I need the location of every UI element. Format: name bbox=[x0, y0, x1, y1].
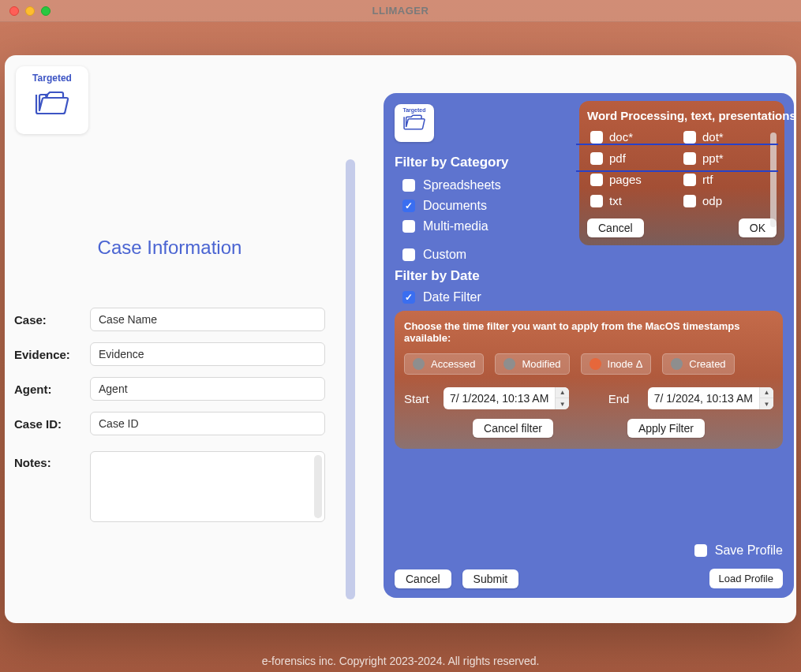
checkbox-icon[interactable] bbox=[590, 152, 603, 165]
ext-label: ppt* bbox=[702, 151, 724, 165]
start-date-input[interactable]: 7/ 1/2024, 10:13 AM ▲ ▼ bbox=[444, 387, 569, 409]
radio-label: Accessed bbox=[431, 358, 475, 370]
caseid-label: Case ID: bbox=[14, 417, 90, 431]
folder-open-icon bbox=[402, 113, 426, 130]
right-bottom-bar: Save Profile Cancel Submit Load Profile bbox=[395, 543, 783, 588]
end-date-value: 7/ 1/2024, 10:13 AM bbox=[648, 392, 759, 405]
ext-rtf[interactable]: rtf bbox=[683, 173, 773, 186]
checkbox-icon[interactable] bbox=[683, 152, 696, 165]
ext-label: pages bbox=[609, 173, 642, 186]
category-custom[interactable]: Custom bbox=[402, 248, 783, 262]
agent-input[interactable] bbox=[90, 377, 325, 401]
popup-scrollbar[interactable] bbox=[770, 133, 777, 227]
start-label: Start bbox=[404, 392, 436, 405]
date-filter-panel: Choose the time filter you want to apply… bbox=[395, 311, 783, 449]
checkbox-icon[interactable] bbox=[694, 544, 707, 557]
end-label: End bbox=[608, 392, 640, 405]
case-label: Case: bbox=[14, 313, 90, 327]
chevron-up-icon[interactable]: ▲ bbox=[556, 387, 569, 398]
case-input[interactable] bbox=[90, 308, 325, 331]
checkbox-icon[interactable] bbox=[683, 131, 696, 144]
date-filter-hint: Choose the time filter you want to apply… bbox=[404, 320, 773, 344]
extension-popup: Word Processing, text, presentations doc… bbox=[579, 101, 784, 245]
checkbox-checked-icon[interactable] bbox=[402, 200, 415, 212]
caseid-input[interactable] bbox=[90, 412, 325, 435]
mini-label: Targeted bbox=[397, 107, 432, 113]
save-profile-label: Save Profile bbox=[715, 543, 783, 558]
category-label: Documents bbox=[423, 199, 487, 213]
ext-label: doc* bbox=[609, 130, 633, 144]
targeted-label: Targeted bbox=[21, 73, 84, 84]
ext-doc[interactable]: doc* bbox=[590, 130, 680, 144]
radio-label: Modified bbox=[522, 358, 560, 370]
notes-textarea[interactable] bbox=[90, 451, 325, 522]
ext-pages[interactable]: pages bbox=[590, 173, 680, 186]
ext-ppt[interactable]: ppt* bbox=[683, 151, 773, 165]
checkbox-icon[interactable] bbox=[683, 174, 696, 186]
targeted-tile[interactable]: Targeted bbox=[16, 66, 88, 134]
footer-text: e-forensics inc. Copyright 2023-2024. Al… bbox=[0, 655, 801, 667]
scrollbar-thumb[interactable] bbox=[346, 159, 355, 599]
load-profile-button[interactable]: Load Profile bbox=[709, 569, 783, 588]
checkbox-icon[interactable] bbox=[402, 179, 415, 192]
extension-grid: doc* dot* pdf ppt* pages rtf txt odp bbox=[587, 130, 777, 207]
window-title: LLIMAGER bbox=[0, 5, 801, 17]
filter-date-title: Filter by Date bbox=[395, 268, 783, 284]
checkbox-icon[interactable] bbox=[590, 174, 603, 186]
save-profile-row[interactable]: Save Profile bbox=[395, 543, 783, 558]
apply-filter-button[interactable]: Apply Filter bbox=[627, 419, 705, 438]
category-label: Spreadsheets bbox=[423, 178, 501, 192]
checkbox-checked-icon[interactable] bbox=[402, 291, 415, 304]
ext-label: dot* bbox=[702, 130, 724, 144]
cancel-button[interactable]: Cancel bbox=[395, 569, 451, 588]
notes-label: Notes: bbox=[14, 451, 90, 469]
radio-icon bbox=[503, 358, 515, 370]
radio-inode[interactable]: Inode Δ bbox=[581, 353, 652, 375]
filter-panel: Targeted Filter by Category Spreadsheets… bbox=[384, 93, 794, 598]
checkbox-icon[interactable] bbox=[683, 195, 696, 207]
cancel-filter-button[interactable]: Cancel filter bbox=[473, 419, 553, 438]
timestamp-radios: Accessed Modified Inode Δ Created bbox=[404, 353, 773, 375]
scrollbar[interactable] bbox=[314, 455, 322, 518]
chevron-down-icon[interactable]: ▼ bbox=[760, 398, 773, 409]
ext-label: rtf bbox=[702, 173, 713, 186]
mini-targeted-tile: Targeted bbox=[395, 104, 434, 142]
ext-dot[interactable]: dot* bbox=[683, 130, 773, 144]
ext-label: pdf bbox=[609, 151, 626, 165]
stepper[interactable]: ▲ ▼ bbox=[555, 387, 569, 409]
date-filter-label: Date Filter bbox=[423, 290, 481, 304]
custom-label: Custom bbox=[423, 248, 466, 262]
agent-label: Agent: bbox=[14, 383, 90, 396]
evidence-input[interactable] bbox=[90, 342, 325, 366]
radio-created[interactable]: Created bbox=[662, 353, 734, 375]
start-date-value: 7/ 1/2024, 10:13 AM bbox=[444, 392, 555, 405]
ext-txt[interactable]: txt bbox=[590, 194, 680, 207]
checkbox-icon[interactable] bbox=[590, 131, 603, 144]
radio-label: Inode Δ bbox=[608, 358, 643, 370]
checkbox-icon[interactable] bbox=[590, 195, 603, 207]
radio-accessed[interactable]: Accessed bbox=[404, 353, 484, 375]
popup-cancel-button[interactable]: Cancel bbox=[587, 218, 644, 237]
ext-odp[interactable]: odp bbox=[683, 194, 773, 207]
radio-selected-icon bbox=[590, 358, 601, 370]
radio-modified[interactable]: Modified bbox=[495, 353, 569, 375]
radio-icon bbox=[413, 358, 425, 370]
checkbox-icon[interactable] bbox=[402, 248, 415, 261]
case-info-title: Case Information bbox=[14, 237, 325, 259]
radio-label: Created bbox=[689, 358, 725, 370]
end-date-input[interactable]: 7/ 1/2024, 10:13 AM ▲ ▼ bbox=[648, 387, 773, 409]
ext-pdf[interactable]: pdf bbox=[590, 151, 680, 165]
chevron-down-icon[interactable]: ▼ bbox=[556, 398, 569, 409]
ext-label: odp bbox=[702, 194, 722, 207]
date-filter-toggle[interactable]: Date Filter bbox=[402, 290, 783, 304]
left-column: Targeted Case Information Case: Evidence… bbox=[5, 55, 344, 623]
submit-button[interactable]: Submit bbox=[462, 569, 519, 588]
radio-icon bbox=[671, 358, 683, 370]
left-scrollbar[interactable] bbox=[344, 110, 357, 599]
svg-point-0 bbox=[45, 94, 48, 97]
case-info: Case Information Case: Evidence: Agent: … bbox=[14, 237, 325, 522]
stepper[interactable]: ▲ ▼ bbox=[759, 387, 773, 409]
checkbox-icon[interactable] bbox=[402, 220, 415, 233]
chevron-up-icon[interactable]: ▲ bbox=[760, 387, 773, 398]
evidence-label: Evidence: bbox=[14, 348, 90, 361]
